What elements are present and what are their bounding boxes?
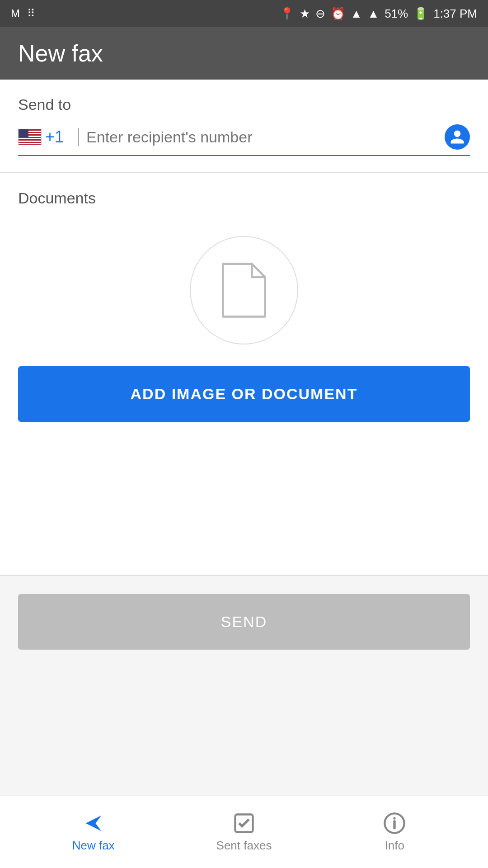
battery-icon: 🔋 xyxy=(413,7,428,21)
recipient-number-input[interactable] xyxy=(86,128,445,146)
send-section: SEND xyxy=(0,576,488,668)
flag-canton xyxy=(19,129,28,137)
nav-item-sent-faxes[interactable]: Sent faxes xyxy=(199,811,289,853)
document-icon xyxy=(217,259,271,322)
main-content: Send to +1 Documents xyxy=(0,80,488,796)
wifi-icon: ▲ xyxy=(351,7,362,21)
spacer xyxy=(0,668,488,796)
minus-icon: ⊖ xyxy=(315,7,325,21)
sent-faxes-icon xyxy=(232,811,256,835)
nav-label-info: Info xyxy=(385,839,404,853)
us-flag-icon xyxy=(18,129,42,145)
battery-percent: 51% xyxy=(385,7,408,21)
nav-label-sent-faxes: Sent faxes xyxy=(216,839,272,853)
clock: 1:37 PM xyxy=(433,7,477,21)
document-placeholder-circle xyxy=(190,236,298,344)
send-to-label: Send to xyxy=(18,96,470,113)
gmail-icon: M xyxy=(11,7,20,20)
nav-item-new-fax[interactable]: New fax xyxy=(48,811,139,853)
contact-picker-button[interactable] xyxy=(445,124,470,150)
svg-point-4 xyxy=(394,817,396,820)
country-selector[interactable]: +1 xyxy=(18,127,71,146)
documents-label: Documents xyxy=(18,189,470,207)
status-bar-right: 📍 ★ ⊖ ⏰ ▲ ▲ 51% 🔋 1:37 PM xyxy=(280,7,477,21)
signal-icon: ▲ xyxy=(367,7,379,21)
nav-label-new-fax: New fax xyxy=(72,839,115,853)
country-code: +1 xyxy=(45,127,64,146)
svg-marker-0 xyxy=(85,816,101,831)
info-icon xyxy=(383,811,406,835)
person-icon xyxy=(449,129,465,145)
status-bar: M ⠿ 📍 ★ ⊖ ⏰ ▲ ▲ 51% 🔋 1:37 PM xyxy=(0,0,488,27)
bluetooth-icon: ★ xyxy=(300,7,310,21)
top-bar: New fax xyxy=(0,27,488,80)
documents-section: Documents ADD IMAGE OR DOCUMENT xyxy=(0,173,488,575)
location-icon: 📍 xyxy=(280,7,294,21)
grid-icon: ⠿ xyxy=(27,7,35,20)
recipient-divider xyxy=(78,128,79,146)
send-to-section: Send to +1 xyxy=(0,80,488,156)
documents-area: ADD IMAGE OR DOCUMENT xyxy=(18,218,470,431)
add-image-or-document-button[interactable]: ADD IMAGE OR DOCUMENT xyxy=(18,366,470,422)
status-bar-left: M ⠿ xyxy=(11,7,35,20)
recipient-row: +1 xyxy=(18,124,470,156)
page-title: New fax xyxy=(18,40,103,67)
new-fax-icon xyxy=(82,811,105,835)
send-button[interactable]: SEND xyxy=(18,594,470,650)
bottom-nav: New fax Sent faxes Info xyxy=(0,796,488,868)
nav-item-info[interactable]: Info xyxy=(349,811,440,853)
alarm-icon: ⏰ xyxy=(331,7,345,21)
